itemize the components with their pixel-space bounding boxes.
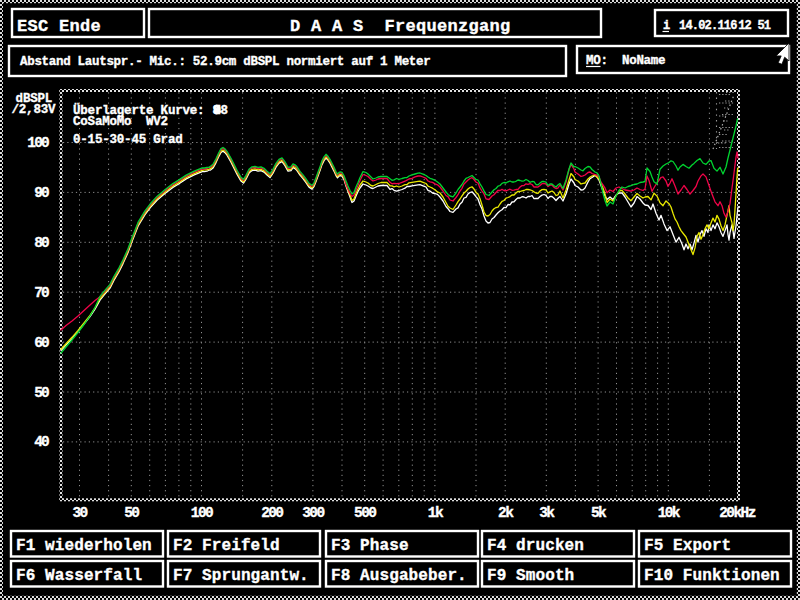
svg-text:F10 Funktionen: F10 Funktionen — [644, 567, 780, 585]
svg-text:F8 Ausgabeber.: F8 Ausgabeber. — [331, 567, 467, 585]
svg-text:300: 300 — [302, 505, 324, 521]
svg-text:70: 70 — [34, 285, 49, 301]
svg-text:F5 Export: F5 Export — [644, 537, 731, 555]
svg-text:F1 wiederholen: F1 wiederholen — [16, 537, 152, 555]
svg-text:F9 Smooth: F9 Smooth — [487, 567, 574, 585]
svg-text:100: 100 — [191, 505, 213, 521]
svg-text:/2,83V: /2,83V — [12, 103, 57, 117]
svg-text:90: 90 — [34, 185, 49, 201]
svg-text:200: 200 — [261, 505, 283, 521]
svg-text:5k: 5k — [591, 505, 607, 521]
svg-text:3k: 3k — [539, 505, 555, 521]
svg-text:1k: 1k — [428, 505, 444, 521]
svg-text:F7 Sprungantw.: F7 Sprungantw. — [173, 567, 309, 585]
svg-text:80: 80 — [34, 235, 49, 251]
svg-text:30: 30 — [72, 505, 87, 521]
svg-text:500: 500 — [354, 505, 376, 521]
svg-text:10k: 10k — [658, 505, 681, 521]
svg-text:20kHz: 20kHz — [719, 505, 755, 521]
svg-text:50: 50 — [124, 505, 139, 521]
svg-text:D A A S Frequenzgang: D A A S Frequenzgang — [290, 17, 511, 36]
svg-text:CoSaMoMo WV2: CoSaMoMo WV2 — [73, 115, 168, 129]
svg-text:F3 Phase: F3 Phase — [331, 537, 409, 555]
svg-text:0-15-30-45 Grad: 0-15-30-45 Grad — [73, 133, 183, 147]
svg-text:40: 40 — [34, 434, 49, 450]
svg-text:100: 100 — [27, 135, 49, 151]
svg-text:60: 60 — [34, 335, 49, 351]
svg-text:ESC Ende: ESC Ende — [17, 17, 101, 36]
svg-text:8: 8 — [221, 104, 228, 118]
svg-text:14.02.116 12 51: 14.02.116 12 51 — [679, 19, 771, 33]
svg-text:F2 Freifeld: F2 Freifeld — [173, 537, 280, 555]
svg-text:F6 Wasserfall: F6 Wasserfall — [16, 567, 142, 585]
svg-text:Abstand Lautspr.- Mic.: 52.9cm: Abstand Lautspr.- Mic.: 52.9cm dBSPL nor… — [20, 55, 430, 69]
svg-text:2k: 2k — [498, 505, 514, 521]
svg-text:F4 drucken: F4 drucken — [487, 537, 584, 555]
svg-text:50: 50 — [34, 385, 49, 401]
